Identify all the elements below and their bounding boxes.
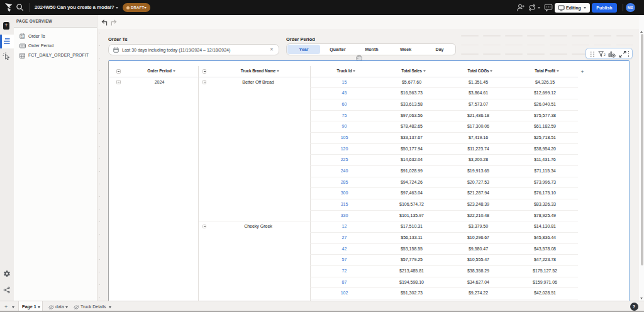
svg-text:31: 31 [21,35,25,38]
